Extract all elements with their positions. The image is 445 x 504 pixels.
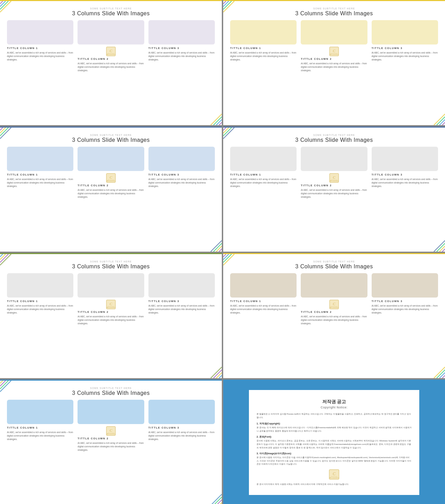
column-text-2: At ABC, we've assembled a rich array of … (78, 62, 144, 72)
copyright-slide: 저작권 공고 Copyright Notice: 본 템플릿은 소 비자이며 감… (223, 380, 445, 504)
column-image-3 (372, 273, 438, 298)
column-text-1: At ABC, we've assembled a rich array of … (7, 178, 73, 188)
column-title-1: TITTLE COLUMN 1 (7, 426, 73, 429)
column-title-3: TITTLE COLUMN 3 (148, 47, 215, 50)
column-text-1: At ABC, we've assembled a rich array of … (7, 431, 73, 441)
column-2: C ABc assembled TITTLE COLUMN 2 At ABC, … (301, 20, 367, 72)
slide-subtitle: SOME SUBTITLE TEXT HERE (7, 134, 215, 136)
columns-container: TITTLE COLUMN 1 At ABC, we've assembled … (7, 20, 215, 72)
svg-text:C: C (333, 49, 335, 53)
slide-header: SOME SUBTITLE TEXT HERE 3 Columns Slide … (230, 134, 438, 143)
deco-bottom-right (194, 224, 222, 252)
column-image-2 (78, 20, 144, 44)
svg-line-86 (0, 381, 6, 386)
columns-container: TITTLE COLUMN 1 At ABC, we've assembled … (7, 400, 215, 452)
slide-subtitle: SOME SUBTITLE TEXT HERE (7, 7, 215, 10)
svg-text:C: C (110, 49, 112, 53)
column-3: TITTLE COLUMN 3 At ABC, we've assembled … (148, 400, 215, 452)
svg-line-21 (439, 120, 445, 125)
copyright-section-text-1: 본 문서/는 각 미 복제 라이선스에 따라 서비스입니다 - 디자인스쿨(Fr… (257, 426, 412, 433)
copyright-center-icon: C ABc assembled (329, 469, 340, 480)
svg-line-63 (216, 373, 222, 378)
center-icon-area: C ABc assembled (78, 47, 144, 56)
slide-slide2: SOME SUBTITLE TEXT HERE 3 Columns Slide … (223, 0, 445, 125)
column-2: C ABc assembled TITTLE COLUMN 2 At ABC, … (78, 273, 144, 325)
copyright-intro: 본 템플릿은 소 비자이며 감사합 Prezee.me에서 제공하는 서비스입니… (257, 413, 412, 419)
svg-line-48 (442, 249, 445, 252)
slide-title: 3 Columns Slide With Images (7, 390, 215, 396)
column-image-1 (230, 147, 297, 171)
slide-subtitle: SOME SUBTITLE TEXT HERE (230, 7, 438, 10)
slide-header: SOME SUBTITLE TEXT HERE 3 Columns Slide … (230, 7, 438, 17)
svg-line-77 (439, 373, 445, 378)
column-title-3: TITTLE COLUMN 3 (372, 47, 438, 50)
svg-line-35 (216, 246, 222, 252)
svg-line-15 (223, 1, 226, 4)
slide-header: SOME SUBTITLE TEXT HERE 3 Columns Slide … (7, 260, 215, 270)
column-title-1: TITTLE COLUMN 1 (7, 300, 73, 303)
svg-line-20 (442, 122, 445, 125)
column-2: C ABc assembled TITTLE COLUMN 2 At ABC, … (78, 400, 144, 452)
copyright-section-2: 2. 폰트(Font): 문서에 사용된 서체는, 라이선스 폰트는, 공공 폰… (257, 435, 412, 449)
svg-line-49 (439, 246, 445, 252)
column-2: C ABc assembled TITTLE COLUMN 2 At ABC, … (78, 20, 144, 72)
svg-text:ABc assembled: ABc assembled (330, 54, 338, 55)
copyright-sections: 1. 저작권(Copyright): 본 문서/는 각 미 복제 라이선스에 따… (257, 422, 412, 466)
column-image-1 (7, 20, 73, 44)
svg-text:C: C (110, 428, 112, 432)
column-title-2: TITTLE COLUMN 2 (78, 184, 144, 187)
column-text-3: At ABC, we've assembled a rich array of … (372, 51, 438, 61)
slide-subtitle: SOME SUBTITLE TEXT HERE (230, 134, 438, 136)
column-image-3 (148, 400, 215, 424)
column-text-3: At ABC, we've assembled a rich array of … (148, 431, 215, 441)
deco-bottom-right (417, 350, 445, 378)
column-1: TITTLE COLUMN 1 At ABC, we've assembled … (7, 273, 73, 325)
column-1: TITTLE COLUMN 1 At ABC, we've assembled … (230, 273, 297, 325)
svg-line-71 (223, 254, 226, 257)
copyright-section-title-2: 2. 폰트(Font): (257, 435, 412, 439)
slide-slide5: SOME SUBTITLE TEXT HERE 3 Columns Slide … (0, 253, 222, 378)
column-title-1: TITTLE COLUMN 1 (230, 300, 297, 303)
column-text-3: At ABC, we've assembled a rich array of … (372, 304, 438, 314)
column-image-2 (78, 147, 144, 171)
svg-text:ABc assembled: ABc assembled (107, 307, 115, 308)
svg-text:C: C (333, 302, 335, 306)
column-2: C ABc assembled TITTLE COLUMN 2 At ABC, … (301, 147, 367, 198)
column-title-3: TITTLE COLUMN 3 (148, 300, 215, 303)
column-title-1: TITTLE COLUMN 1 (230, 47, 297, 50)
svg-line-72 (223, 254, 229, 260)
svg-line-62 (219, 375, 222, 378)
svg-line-6 (219, 122, 222, 125)
column-image-3 (372, 147, 438, 171)
column-title-2: TITTLE COLUMN 2 (301, 57, 367, 60)
copyright-footer: 본 문서 이미지에서 제작 사용된 서체는 미래적 서비스에서 미래 구체적인에… (257, 483, 412, 486)
svg-text:C: C (333, 175, 335, 179)
column-title-3: TITTLE COLUMN 3 (148, 173, 215, 176)
slide-subtitle: SOME SUBTITLE TEXT HERE (7, 260, 215, 263)
deco-bottom-right (417, 224, 445, 252)
slide-header: SOME SUBTITLE TEXT HERE 3 Columns Slide … (7, 387, 215, 396)
column-image-3 (148, 147, 215, 171)
column-image-2 (301, 20, 367, 44)
column-text-1: At ABC, we've assembled a rich array of … (230, 178, 297, 188)
column-image-3 (148, 20, 215, 44)
slide-title: 3 Columns Slide With Images (7, 263, 215, 270)
slide-slide4: SOME SUBTITLE TEXT HERE 3 Columns Slide … (223, 127, 445, 252)
slide-title: 3 Columns Slide With Images (230, 137, 438, 143)
slide-slide3: SOME SUBTITLE TEXT HERE 3 Columns Slide … (0, 127, 222, 252)
svg-text:ABc assembled: ABc assembled (329, 477, 339, 479)
columns-container: TITTLE COLUMN 1 At ABC, we've assembled … (230, 147, 438, 198)
column-3: TITTLE COLUMN 3 At ABC, we've assembled … (372, 20, 438, 72)
slide-subtitle: SOME SUBTITLE TEXT HERE (7, 387, 215, 389)
svg-line-34 (219, 249, 222, 252)
center-icon-area: C ABc assembled (78, 300, 144, 309)
copyright-section-3: 3. 아이콘(Image)&아이콘(Icon): 본 문서에 사용된 이미지는,… (257, 452, 412, 466)
svg-text:ABc assembled: ABc assembled (107, 433, 115, 435)
svg-line-1 (0, 1, 3, 4)
slide-title: 3 Columns Slide With Images (7, 137, 215, 143)
svg-line-16 (223, 1, 229, 7)
column-image-1 (7, 400, 73, 424)
columns-container: TITTLE COLUMN 1 At ABC, we've assembled … (7, 147, 215, 198)
column-3: TITTLE COLUMN 3 At ABC, we've assembled … (148, 20, 215, 72)
center-icon-area: C ABc assembled (301, 300, 367, 309)
